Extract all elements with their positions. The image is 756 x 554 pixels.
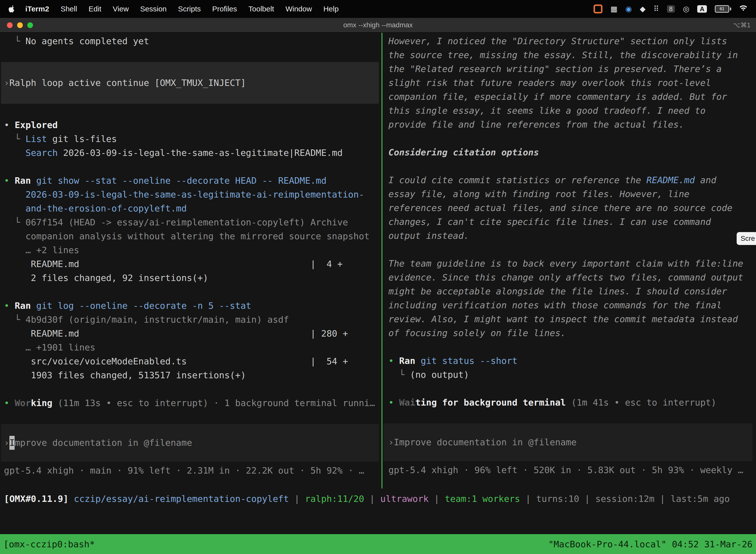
window-controls [0,22,33,28]
omx-status-line: [OMX#0.11.9] cczip/essay/ai-reimplementa… [0,492,756,506]
banner-prompt-chevron: › [4,76,9,90]
input-source-icon[interactable]: A [697,5,707,13]
terminal-line: • Explored [4,118,381,132]
terminal-line [388,340,756,354]
left-status-line: gpt-5.4 xhigh · main · 91% left · 2.31M … [4,464,381,478]
menu-item-edit[interactable]: Edit [88,5,102,13]
terminal-line: evidence. Since this change only affects… [388,271,756,284]
terminal-line: and-the-erosion-of-copyleft.md [4,202,381,215]
terminal-line: 1903 files changed, 513517 insertions(+) [4,368,381,382]
menu-items: iTerm2ShellEditViewSessionScriptsProfile… [25,5,338,13]
menu-item-scripts[interactable]: Scripts [178,5,201,13]
menu-status-icons: ▦ ◉ ◆ ⠿ 8 ◎ A 61 [593,4,748,13]
terminal-line: essay file, along with finding root file… [388,187,756,201]
terminal-line: Search 2026-03-09-is-legal-the-same-as-l… [4,146,381,160]
terminal-line: references need actual files, and since … [388,201,756,215]
tmux-status-bar: [omx-cczip0:bash* "MacBook-Pro-44.local"… [0,534,756,554]
tmux-session-label: [omx-cczip0:bash* [3,539,95,549]
terminal-line: README.md | 280 + [4,327,381,340]
terminal-line: └ (no output) [388,368,756,382]
right-prompt-input[interactable]: › Improve documentation in @filename [383,424,753,461]
right-status-line: gpt-5.4 xhigh · 96% left · 520K in · 5.8… [388,463,756,477]
terminal-line: … +1901 lines [4,340,381,354]
battery-icon[interactable]: 61 [715,5,731,13]
terminal-line: └ 067f154 (HEAD -> essay/ai-reimplementa… [4,215,381,229]
terminal-line: companion analysis without altering the … [4,229,381,243]
terminal-line: 2 files changed, 92 insertions(+) [4,271,381,285]
battery-percent: 61 [720,6,724,11]
terminal-line: companion file, especially if more comme… [388,90,756,104]
menu-item-window[interactable]: Window [286,5,312,13]
menu-item-help[interactable]: Help [323,5,339,13]
app-grid-icon[interactable]: ⠿ [653,5,659,13]
menu-bar: iTerm2ShellEditViewSessionScriptsProfile… [0,0,756,18]
prompt-chevron: › [4,436,9,450]
left-output-body: • Explored └ List git ls-files Search 20… [4,118,381,410]
terminal-line: └ List git ls-files [4,132,381,146]
iterm-window: omx --xhigh --madmax ⌥⌘1 └ No agents com… [0,18,756,554]
left-output-top: └ No agents completed yet [4,34,381,48]
circle-app-icon[interactable]: ◎ [683,5,689,13]
right-output-body: However, I noticed the "Directory Struct… [388,34,756,409]
keyboard-grid-icon[interactable]: ▦ [611,5,617,13]
terminal-line: └ 4b9d30f (origin/main, instructkr/main,… [4,313,381,327]
prompt-text: Improve documentation in @filename [394,435,577,449]
menu-item-toolbelt[interactable]: Toolbelt [249,5,274,13]
terminal-line: However, I noticed the "Directory Struct… [388,34,756,48]
left-prompt-input[interactable]: › Improve documentation in @filename [1,424,379,462]
menu-item-view[interactable]: View [113,5,129,13]
terminal-line [4,285,381,299]
terminal-line: output instead. [388,229,756,243]
close-button[interactable] [7,22,13,28]
menu-item-iterm2[interactable]: iTerm2 [25,5,49,13]
terminal-line: I could cite commit statistics or refere… [388,173,756,187]
banner-text: Ralph loop active continue [OMX_TMUX_INJ… [9,76,246,90]
key-8-icon[interactable]: 8 [667,5,675,13]
terminal-line: review. Also, I might want to inspect th… [388,312,756,326]
terminal-line: • Ran git log --oneline --decorate -n 5 … [4,299,381,313]
menu-item-profiles[interactable]: Profiles [212,5,237,13]
terminal-line: 2026-03-09-is-legal-the-same-as-legitima… [4,188,381,202]
wifi-icon[interactable] [739,5,748,13]
terminal-line: • Working (11m 13s • esc to interrupt) ·… [4,396,381,410]
terminal-line: of focusing solely on file lines. [388,326,756,340]
terminal-line [388,382,756,396]
terminal-line: src/voice/voiceModeEnabled.ts | 54 + [4,354,381,368]
terminal-line: README.md | 4 + [4,257,381,271]
left-terminal-pane[interactable]: └ No agents completed yet › Ralph loop a… [0,33,381,489]
dark-app-icon[interactable]: ◆ [640,5,646,13]
terminal-line: the source tree, missing the essay. Stil… [388,48,756,62]
prompt-text: mprove documentation in @filename [15,436,192,450]
ralph-loop-banner: › Ralph loop active continue [OMX_TMUX_I… [1,62,379,104]
menu-item-shell[interactable]: Shell [61,5,77,13]
terminal-line [4,382,381,396]
terminal-line [388,243,756,257]
menu-item-session[interactable]: Session [140,5,167,13]
terminal-line [388,159,756,173]
terminal-line: this single essay, it seems like a good … [388,104,756,118]
terminal-line: changes, I can't cite specific file line… [388,215,756,229]
minimize-button[interactable] [17,22,23,28]
terminal-line: slight risk that future readers may over… [388,76,756,90]
blank-line [4,48,381,62]
title-bar[interactable]: omx --xhigh --madmax ⌥⌘1 [0,18,756,33]
terminal-line: Considering citation options [388,146,756,159]
terminal-line: • Waiting for background terminal (1m 41… [388,396,756,409]
tmux-host-time: "MacBook-Pro-44.local" 04:52 31-Mar-26 [548,539,753,549]
terminal-line: • Ran git status --short [388,354,756,368]
terminal-line: provide file and line references from th… [388,118,756,131]
text-cursor: I [9,436,15,450]
blue-app-icon[interactable]: ◉ [625,5,632,13]
screenshot-tab-button[interactable]: Scre [737,232,756,245]
terminal-line: • Ran git show --stat --oneline --decora… [4,174,381,188]
terminal-line: including verification notes with those … [388,298,756,312]
screen-recording-icon[interactable] [593,4,603,13]
terminal-line: [OMX#0.11.9] cczip/essay/ai-reimplementa… [4,492,756,506]
terminal-line [388,131,756,146]
apple-menu-icon[interactable] [8,5,15,13]
terminal-line: might be acceptable alongside the file l… [388,284,756,298]
terminal-line: The team guideline is to back every impo… [388,257,756,271]
right-terminal-pane[interactable]: However, I noticed the "Directory Struct… [382,33,756,489]
zoom-button[interactable] [27,22,33,28]
tmux-panes: └ No agents completed yet › Ralph loop a… [0,33,756,489]
